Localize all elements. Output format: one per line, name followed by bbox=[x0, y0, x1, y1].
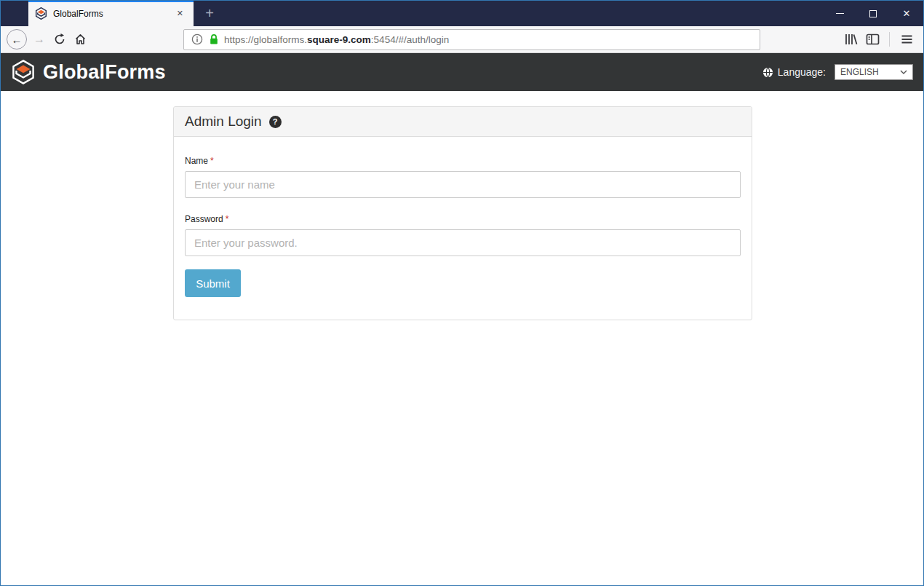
language-selected-value: ENGLISH bbox=[840, 67, 879, 77]
window-controls: ✕ bbox=[823, 1, 923, 26]
password-field-group: Password* bbox=[185, 214, 741, 256]
menu-button[interactable] bbox=[896, 29, 917, 50]
secure-lock-icon bbox=[209, 33, 219, 45]
new-tab-button[interactable]: + bbox=[199, 3, 220, 23]
url-text: https://globalforms.square-9.com:5454/#/… bbox=[224, 34, 449, 45]
hamburger-menu-icon bbox=[901, 33, 913, 45]
active-tab-accent bbox=[28, 1, 194, 2]
browser-titlebar: GlobalForms ✕ + ✕ bbox=[1, 1, 923, 26]
forward-icon: → bbox=[33, 33, 45, 46]
password-input[interactable] bbox=[185, 229, 741, 256]
toolbar-right-icons bbox=[840, 29, 917, 50]
tab-title: GlobalForms bbox=[53, 9, 173, 19]
globe-icon bbox=[762, 67, 773, 78]
back-icon: ← bbox=[12, 33, 23, 46]
minimize-icon bbox=[836, 13, 844, 14]
name-field-group: Name* bbox=[185, 156, 741, 198]
reload-icon bbox=[54, 33, 65, 45]
home-button[interactable] bbox=[70, 29, 90, 50]
chevron-down-icon bbox=[900, 70, 907, 74]
maximize-button[interactable] bbox=[856, 1, 890, 26]
reload-button[interactable] bbox=[49, 29, 70, 50]
language-label: Language: bbox=[778, 66, 826, 78]
password-label: Password* bbox=[185, 214, 741, 224]
browser-window: GlobalForms ✕ + ✕ ← → bbox=[0, 0, 924, 586]
maximize-icon bbox=[869, 10, 877, 17]
tab-close-icon[interactable]: ✕ bbox=[173, 7, 187, 20]
address-bar[interactable]: https://globalforms.square-9.com:5454/#/… bbox=[183, 29, 760, 50]
globalforms-favicon-icon bbox=[35, 7, 47, 20]
name-input[interactable] bbox=[185, 171, 741, 198]
language-area: Language: ENGLISH bbox=[762, 64, 913, 80]
globalforms-logo-icon bbox=[11, 60, 36, 84]
back-button[interactable]: ← bbox=[7, 29, 27, 50]
page-content: Admin Login ? Name* Password* Submit bbox=[1, 106, 923, 586]
globalforms-header: GlobalForms Language: ENGLISH bbox=[1, 53, 923, 91]
language-select[interactable]: ENGLISH bbox=[835, 64, 913, 80]
brand-title: GlobalForms bbox=[43, 61, 166, 84]
close-icon: ✕ bbox=[903, 8, 911, 19]
page-title: Admin Login bbox=[185, 114, 262, 130]
submit-button[interactable]: Submit bbox=[185, 269, 241, 297]
forward-button[interactable]: → bbox=[29, 29, 49, 50]
library-icon bbox=[844, 33, 858, 46]
required-marker: * bbox=[210, 156, 214, 166]
toolbar-separator bbox=[889, 32, 890, 47]
sidebar-icon bbox=[866, 33, 880, 46]
page-info-icon bbox=[191, 33, 203, 45]
name-label: Name* bbox=[185, 156, 741, 166]
panel-body: Name* Password* Submit bbox=[174, 137, 752, 320]
url-domain: square-9.com bbox=[307, 34, 371, 45]
help-icon[interactable]: ? bbox=[269, 116, 282, 128]
browser-toolbar: ← → https://globalfo bbox=[1, 26, 923, 53]
home-icon bbox=[74, 33, 87, 45]
panel-header: Admin Login ? bbox=[174, 107, 752, 137]
required-marker: * bbox=[226, 214, 229, 224]
sidebar-button[interactable] bbox=[861, 29, 883, 50]
minimize-button[interactable] bbox=[823, 1, 856, 26]
library-button[interactable] bbox=[840, 29, 861, 50]
close-window-button[interactable]: ✕ bbox=[890, 1, 923, 26]
admin-login-panel: Admin Login ? Name* Password* Submit bbox=[173, 106, 752, 320]
browser-tab-globalforms[interactable]: GlobalForms ✕ bbox=[28, 1, 194, 26]
